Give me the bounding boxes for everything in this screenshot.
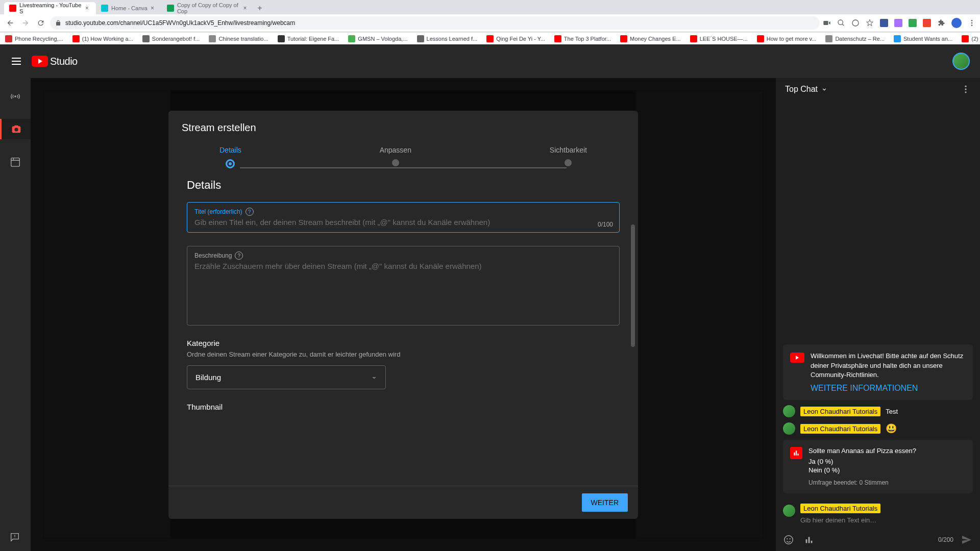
help-icon[interactable]: ? <box>235 252 243 260</box>
message-text: Test <box>886 408 898 415</box>
bookmark[interactable]: How to get more v... <box>757 35 817 42</box>
poll-status: Umfrage beendet: 0 Stimmen <box>808 479 966 486</box>
scrollbar[interactable] <box>631 224 635 347</box>
svg-rect-15 <box>796 450 797 455</box>
share-icon[interactable] <box>851 19 860 27</box>
svg-point-19 <box>790 538 791 539</box>
sidenav-stream[interactable] <box>5 86 26 107</box>
svg-point-11 <box>965 86 966 87</box>
step-visibility[interactable]: Sichtbarkeit <box>550 146 587 168</box>
step-customize[interactable]: Anpassen <box>380 146 411 168</box>
sidenav-manage[interactable] <box>5 152 26 172</box>
avatar[interactable] <box>783 405 795 417</box>
close-icon[interactable]: × <box>243 5 249 11</box>
zoom-icon[interactable] <box>837 19 845 27</box>
hamburger-menu[interactable] <box>10 55 22 67</box>
logo-text: Studio <box>50 56 78 67</box>
bookmark[interactable]: Chinese translatio... <box>209 35 268 42</box>
profile-icon[interactable] <box>951 18 962 28</box>
extensions-icon[interactable] <box>937 19 945 27</box>
chevron-down-icon <box>371 374 377 381</box>
bookmark[interactable]: Tutorial: Eigene Fa... <box>278 35 339 42</box>
svg-rect-14 <box>794 453 795 456</box>
bookmark[interactable]: Student Wants an... <box>894 35 952 42</box>
chat-menu-button[interactable] <box>961 84 971 94</box>
step-details[interactable]: Details <box>219 146 241 168</box>
gdrive-icon <box>167 5 174 12</box>
send-button[interactable] <box>961 534 973 546</box>
bookmark[interactable]: Sonderangebot! f... <box>142 35 200 42</box>
bookmarks-bar: Phone Recycling,... (1) How Working a...… <box>0 32 980 44</box>
bookmark[interactable]: The Top 3 Platfor... <box>554 35 611 42</box>
browser-tab[interactable]: Home - Canva × <box>96 2 162 14</box>
author-badge[interactable]: Leon Chaudhari Tutorials <box>800 424 880 434</box>
reload-button[interactable] <box>35 17 47 29</box>
bookmark[interactable]: Lessons Learned f... <box>417 35 478 42</box>
poll-icon[interactable] <box>803 534 815 545</box>
title-field[interactable]: Titel (erforderlich) ? 0/100 <box>187 202 620 233</box>
browser-tab-active[interactable]: Livestreaming - YouTube S × <box>4 2 96 14</box>
bookmark[interactable]: (2) How To Add A... <box>962 35 980 42</box>
svg-point-17 <box>785 536 793 544</box>
poll-option[interactable]: Ja (0 %) <box>808 458 966 465</box>
sidenav-webcam[interactable] <box>0 119 31 139</box>
category-select[interactable]: Bildung <box>187 365 386 389</box>
avatar[interactable] <box>952 53 970 70</box>
bookmark[interactable]: (1) How Working a... <box>72 35 133 42</box>
svg-point-2 <box>852 20 859 26</box>
forward-button[interactable] <box>19 17 32 29</box>
chat-input-area: Leon Chaudhari Tutorials 0/200 <box>776 498 980 551</box>
star-icon[interactable] <box>866 19 874 27</box>
emoji-icon[interactable] <box>783 534 794 545</box>
bookmark[interactable]: GMSN – Vologda,... <box>348 35 407 42</box>
browser-tab[interactable]: Copy of Copy of Copy of Cop × <box>162 2 254 14</box>
thumbnail-title: Thumbnail <box>187 403 620 411</box>
description-field[interactable]: Beschreibung ? <box>187 246 620 325</box>
poll-question: Sollte man Ananas auf Pizza essen? <box>808 447 966 455</box>
extension-icon[interactable] <box>923 19 931 27</box>
poll-option[interactable]: Nein (0 %) <box>808 466 966 474</box>
camera-icon[interactable] <box>823 19 831 27</box>
feedback-button[interactable] <box>9 532 20 543</box>
tab-strip: Livestreaming - YouTube S × Home - Canva… <box>0 0 980 14</box>
step-dot-icon <box>565 159 572 166</box>
new-tab-button[interactable]: + <box>254 2 266 14</box>
section-title: Details <box>187 179 620 192</box>
svg-point-8 <box>14 128 18 131</box>
url-text: studio.youtube.com/channel/UC1a5FWVn0gUk… <box>65 19 295 27</box>
video-preview <box>43 90 170 539</box>
author-badge: Leon Chaudhari Tutorials <box>800 504 880 513</box>
help-icon[interactable]: ? <box>246 208 254 216</box>
close-icon[interactable]: × <box>151 5 157 11</box>
back-button[interactable] <box>4 17 16 29</box>
chat-mode-selector[interactable]: Top Chat <box>785 85 828 94</box>
bookmark[interactable]: LEE´S HOUSE—... <box>690 35 748 42</box>
title-input[interactable] <box>194 218 612 227</box>
stepper: Details Anpassen Sichtbarkeit <box>168 141 638 179</box>
address-bar[interactable]: studio.youtube.com/channel/UC1a5FWVn0gUk… <box>50 16 820 30</box>
chat-input[interactable] <box>800 516 973 524</box>
close-icon[interactable]: × <box>85 5 91 11</box>
logo[interactable]: Studio <box>32 56 78 67</box>
avatar[interactable] <box>783 422 795 435</box>
welcome-text: Willkommen im Livechat! Bitte achte auf … <box>811 352 966 380</box>
extension-icon[interactable] <box>894 19 902 27</box>
author-badge[interactable]: Leon Chaudhari Tutorials <box>800 407 880 416</box>
svg-point-12 <box>965 88 966 90</box>
bookmark[interactable]: Datenschutz – Re... <box>825 35 885 42</box>
extension-icon[interactable] <box>909 19 917 27</box>
svg-point-5 <box>971 24 973 26</box>
more-info-link[interactable]: WEITERE INFORMATIONEN <box>811 384 966 393</box>
next-button[interactable]: WEITER <box>582 493 628 512</box>
bookmark[interactable]: Phone Recycling,... <box>5 35 63 42</box>
step-dot-icon <box>226 159 235 168</box>
bookmark[interactable]: Money Changes E... <box>620 35 681 42</box>
svg-point-1 <box>838 20 843 24</box>
extension-icon[interactable] <box>880 19 888 27</box>
chat-message: Leon Chaudhari Tutorials Test <box>783 405 973 417</box>
menu-icon[interactable] <box>968 19 976 27</box>
lock-icon <box>55 20 61 26</box>
description-input[interactable] <box>194 262 612 318</box>
avatar[interactable] <box>783 505 795 517</box>
bookmark[interactable]: Qing Fei De Yi - Y... <box>486 35 545 42</box>
